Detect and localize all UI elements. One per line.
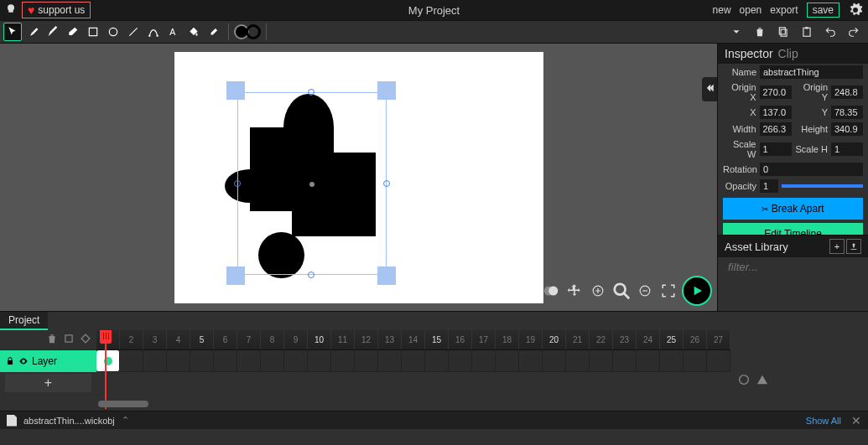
zoom-in-icon[interactable] [588,281,608,301]
break-apart-button[interactable]: ✂ Break Apart [723,198,863,220]
edit-timeline-button[interactable]: Edit Timeline [723,223,863,235]
frame-cell[interactable] [237,350,261,372]
origin-x-input[interactable] [760,85,792,99]
ruler-tick[interactable]: 10 [308,330,331,349]
redo-icon[interactable] [845,23,863,41]
onion-skin-icon[interactable] [541,281,561,301]
add-layer-button[interactable]: + [5,374,91,392]
text-tool[interactable]: A [164,23,183,41]
frame-cell[interactable] [214,350,237,372]
ruler-tick[interactable]: 9 [284,330,308,349]
frame-cell[interactable] [472,350,496,372]
selection-center[interactable] [309,182,314,187]
trash-icon[interactable] [751,23,769,41]
width-input[interactable] [760,122,792,136]
support-us-button[interactable]: ♥ support us [22,2,91,18]
paste-icon[interactable] [798,23,816,41]
ruler-tick[interactable]: 8 [261,330,284,349]
play-button[interactable] [682,276,712,306]
path-tool[interactable] [144,23,163,41]
ruler-tick[interactable]: 22 [590,330,613,349]
onion-right-icon[interactable] [756,373,769,389]
zoom-out-icon[interactable] [635,281,655,301]
frame-cell[interactable] [660,350,683,372]
ruler-tick[interactable]: 6 [214,330,237,349]
timeline-tab[interactable]: Project [0,312,48,330]
ruler-tick[interactable]: 27 [707,330,730,349]
frame-cell[interactable] [613,350,637,372]
selection-handle-tm[interactable] [308,89,314,96]
app-logo[interactable] [3,2,19,18]
brush-tool[interactable] [23,23,42,41]
canvas[interactable] [174,52,543,303]
frame-cell[interactable] [167,350,190,372]
ruler-tick[interactable]: 19 [519,330,543,349]
ruler-tick[interactable]: 26 [683,330,707,349]
ruler-tick[interactable]: 15 [425,330,449,349]
frame-cell[interactable] [590,350,613,372]
ruler-tick[interactable]: 12 [355,330,378,349]
y-input[interactable] [831,106,863,119]
frame-cell[interactable] [120,350,143,372]
ruler-tick[interactable]: 21 [566,330,590,349]
show-all-button[interactable]: Show All [806,416,841,426]
ruler-tick[interactable]: 2 [120,330,143,349]
ruler-tick[interactable]: 3 [143,330,167,349]
ruler-tick[interactable]: 7 [237,330,261,349]
recenter-icon[interactable] [658,281,678,301]
frame-cell[interactable] [566,350,590,372]
ruler-tick[interactable]: 17 [472,330,496,349]
asset-filter-input[interactable] [728,261,868,273]
visibility-icon[interactable] [18,356,29,366]
frame-cell[interactable] [683,350,707,372]
playhead-handle[interactable] [100,330,112,344]
upload-asset-button[interactable] [846,239,861,254]
height-input[interactable] [831,122,863,136]
ruler-tick[interactable]: 13 [378,330,402,349]
frame-cell[interactable] [425,350,449,372]
selection-handle-rm[interactable] [383,180,390,187]
ruler-tick[interactable]: 23 [613,330,637,349]
save-button[interactable]: save [807,3,839,18]
expand-panel-icon[interactable] [702,77,717,101]
close-icon[interactable]: ✕ [851,414,861,427]
canvas-area[interactable] [0,44,717,311]
frame-cell[interactable] [543,350,566,372]
scale-h-input[interactable] [831,142,863,156]
name-input[interactable] [760,65,863,79]
frame-cell[interactable] [96,350,120,372]
scale-w-input[interactable] [760,142,792,156]
open-button[interactable]: open [740,4,762,16]
selection-handle-lm[interactable] [234,180,241,187]
ruler-tick[interactable]: 18 [496,330,519,349]
selection-handle-br[interactable] [377,266,396,285]
selection-handle-tl[interactable] [226,81,245,100]
tween-icon[interactable] [63,333,75,347]
frame-cell[interactable] [496,350,519,372]
frame-cell[interactable] [143,350,167,372]
origin-ajson-y-input[interactable] [831,85,863,99]
frame-cell[interactable] [308,350,331,372]
layer-row[interactable]: Layer [0,350,96,372]
frame-cell[interactable] [190,350,214,372]
eraser-tool[interactable] [64,23,82,41]
lock-icon[interactable] [5,356,15,366]
ruler-tick[interactable]: 11 [331,330,355,349]
dropdown-icon[interactable] [727,23,746,41]
frame-cell[interactable] [449,350,472,372]
fill-tool[interactable] [185,23,203,41]
frame-cell[interactable] [331,350,355,372]
rotation-input[interactable] [760,163,863,176]
frame-cell[interactable] [284,350,308,372]
cursor-tool[interactable] [3,23,22,41]
stroke-color[interactable] [246,24,261,39]
timeline-scrollbar[interactable] [96,401,730,409]
ruler-tick[interactable]: 16 [449,330,472,349]
selection-handle-bl[interactable] [226,266,245,285]
export-button[interactable]: export [770,4,798,16]
ruler-tick[interactable]: 4 [167,330,190,349]
ruler-tick[interactable]: 20 [543,330,566,349]
delete-layer-icon[interactable] [46,333,58,347]
add-asset-button[interactable]: + [829,239,845,254]
frame-cell[interactable] [355,350,378,372]
